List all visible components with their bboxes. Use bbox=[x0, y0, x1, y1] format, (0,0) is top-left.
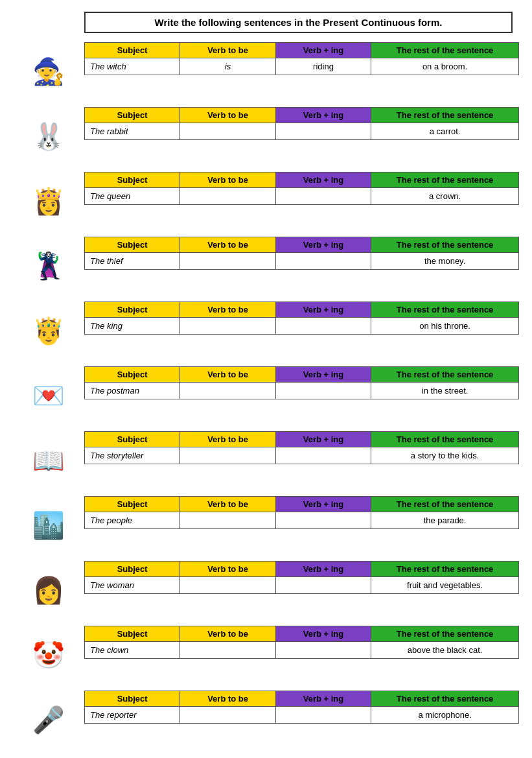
exercise-row-rabbit: 🐰SubjectVerb to beVerb + ingThe rest of … bbox=[13, 107, 519, 165]
td-verb-ing-witch[interactable]: riding bbox=[275, 58, 371, 75]
header-rest: The rest of the sentence bbox=[371, 172, 519, 188]
header-subject: Subject bbox=[85, 237, 180, 253]
td-rest-clown: above the black cat. bbox=[371, 642, 519, 659]
sentence-table-king: SubjectVerb to beVerb + ingThe rest of t… bbox=[84, 302, 519, 335]
td-verb-be-rabbit[interactable] bbox=[180, 123, 275, 140]
header-subject: Subject bbox=[85, 43, 180, 58]
exercise-row-witch: 🧙SubjectVerb to beVerb + ingThe rest of … bbox=[13, 42, 519, 101]
table-wrapper-king: SubjectVerb to beVerb + ingThe rest of t… bbox=[84, 302, 519, 335]
td-rest-reporter: a microphone. bbox=[371, 707, 519, 724]
sentence-table-witch: SubjectVerb to beVerb + ingThe rest of t… bbox=[84, 42, 519, 75]
td-verb-be-clown[interactable] bbox=[180, 642, 275, 659]
td-verb-be-people[interactable] bbox=[180, 512, 275, 529]
td-rest-king: on his throne. bbox=[371, 318, 519, 335]
header-rest: The rest of the sentence bbox=[371, 43, 519, 58]
td-verb-be-woman[interactable] bbox=[180, 577, 275, 594]
header-subject: Subject bbox=[85, 626, 180, 642]
header-subject: Subject bbox=[85, 367, 180, 383]
td-verb-ing-king[interactable] bbox=[275, 318, 371, 335]
image-witch: 🧙 bbox=[13, 42, 84, 101]
exercise-row-clown: 🤡SubjectVerb to beVerb + ingThe rest of … bbox=[13, 626, 519, 684]
header-verb-ing: Verb + ing bbox=[275, 172, 371, 188]
td-subject-reporter: The reporter bbox=[85, 707, 180, 724]
sentence-table-people: SubjectVerb to beVerb + ingThe rest of t… bbox=[84, 496, 519, 529]
header-verb-ing: Verb + ing bbox=[275, 497, 371, 512]
header-verb-be: Verb to be bbox=[180, 432, 275, 447]
table-wrapper-queen: SubjectVerb to beVerb + ingThe rest of t… bbox=[84, 172, 519, 205]
header-verb-ing: Verb + ing bbox=[275, 691, 371, 707]
header-rest: The rest of the sentence bbox=[371, 432, 519, 447]
td-verb-be-queen[interactable] bbox=[180, 188, 275, 205]
table-wrapper-thief: SubjectVerb to beVerb + ingThe rest of t… bbox=[84, 237, 519, 270]
sentence-table-postman: SubjectVerb to beVerb + ingThe rest of t… bbox=[84, 366, 519, 399]
header-rest: The rest of the sentence bbox=[371, 691, 519, 707]
td-verb-be-thief[interactable] bbox=[180, 253, 275, 270]
image-postman: 💌 bbox=[13, 366, 84, 425]
image-woman: 👩 bbox=[13, 561, 84, 619]
td-verb-ing-storyteller[interactable] bbox=[275, 447, 371, 464]
header-rest: The rest of the sentence bbox=[371, 497, 519, 512]
td-verb-ing-queen[interactable] bbox=[275, 188, 371, 205]
table-wrapper-woman: SubjectVerb to beVerb + ingThe rest of t… bbox=[84, 561, 519, 594]
td-subject-rabbit: The rabbit bbox=[85, 123, 180, 140]
header-verb-ing: Verb + ing bbox=[275, 108, 371, 123]
header-verb-be: Verb to be bbox=[180, 626, 275, 642]
header-verb-be: Verb to be bbox=[180, 562, 275, 577]
image-king: 🤴 bbox=[13, 302, 84, 360]
header-verb-ing: Verb + ing bbox=[275, 43, 371, 58]
td-subject-witch: The witch bbox=[85, 58, 180, 75]
header-verb-be: Verb to be bbox=[180, 43, 275, 58]
image-storyteller: 📖 bbox=[13, 431, 84, 490]
image-rabbit: 🐰 bbox=[13, 107, 84, 165]
header-rest: The rest of the sentence bbox=[371, 302, 519, 318]
header-verb-be: Verb to be bbox=[180, 497, 275, 512]
image-people: 🏙️ bbox=[13, 496, 84, 554]
td-verb-ing-woman[interactable] bbox=[275, 577, 371, 594]
header-rest: The rest of the sentence bbox=[371, 237, 519, 253]
sentence-table-queen: SubjectVerb to beVerb + ingThe rest of t… bbox=[84, 172, 519, 205]
exercise-row-king: 🤴SubjectVerb to beVerb + ingThe rest of … bbox=[13, 302, 519, 360]
table-wrapper-clown: SubjectVerb to beVerb + ingThe rest of t… bbox=[84, 626, 519, 659]
sentence-table-reporter: SubjectVerb to beVerb + ingThe rest of t… bbox=[84, 691, 519, 724]
header-rest: The rest of the sentence bbox=[371, 367, 519, 383]
header-rest: The rest of the sentence bbox=[371, 626, 519, 642]
td-subject-people: The people bbox=[85, 512, 180, 529]
td-verb-be-witch[interactable]: is bbox=[180, 58, 275, 75]
header-verb-ing: Verb + ing bbox=[275, 562, 371, 577]
td-verb-ing-reporter[interactable] bbox=[275, 707, 371, 724]
td-verb-be-postman[interactable] bbox=[180, 383, 275, 399]
header-verb-be: Verb to be bbox=[180, 172, 275, 188]
td-verb-be-king[interactable] bbox=[180, 318, 275, 335]
table-wrapper-storyteller: SubjectVerb to beVerb + ingThe rest of t… bbox=[84, 431, 519, 464]
image-reporter: 🎤 bbox=[13, 691, 84, 749]
td-verb-ing-thief[interactable] bbox=[275, 253, 371, 270]
sentence-table-thief: SubjectVerb to beVerb + ingThe rest of t… bbox=[84, 237, 519, 270]
header-subject: Subject bbox=[85, 432, 180, 447]
image-clown: 🤡 bbox=[13, 626, 84, 684]
td-rest-queen: a crown. bbox=[371, 188, 519, 205]
table-wrapper-reporter: SubjectVerb to beVerb + ingThe rest of t… bbox=[84, 691, 519, 724]
header-verb-ing: Verb + ing bbox=[275, 237, 371, 253]
td-rest-rabbit: a carrot. bbox=[371, 123, 519, 140]
header-verb-ing: Verb + ing bbox=[275, 302, 371, 318]
td-verb-ing-people[interactable] bbox=[275, 512, 371, 529]
td-verb-ing-rabbit[interactable] bbox=[275, 123, 371, 140]
header-verb-be: Verb to be bbox=[180, 691, 275, 707]
sentence-table-storyteller: SubjectVerb to beVerb + ingThe rest of t… bbox=[84, 431, 519, 464]
exercise-row-people: 🏙️SubjectVerb to beVerb + ingThe rest of… bbox=[13, 496, 519, 554]
exercise-row-queen: 👸SubjectVerb to beVerb + ingThe rest of … bbox=[13, 172, 519, 230]
td-subject-woman: The woman bbox=[85, 577, 180, 594]
td-verb-ing-postman[interactable] bbox=[275, 383, 371, 399]
td-verb-be-reporter[interactable] bbox=[180, 707, 275, 724]
exercise-row-reporter: 🎤SubjectVerb to beVerb + ingThe rest of … bbox=[13, 691, 519, 749]
table-wrapper-people: SubjectVerb to beVerb + ingThe rest of t… bbox=[84, 496, 519, 529]
td-verb-be-storyteller[interactable] bbox=[180, 447, 275, 464]
header-verb-ing: Verb + ing bbox=[275, 432, 371, 447]
td-rest-witch: on a broom. bbox=[371, 58, 519, 75]
header-verb-be: Verb to be bbox=[180, 302, 275, 318]
table-wrapper-postman: SubjectVerb to beVerb + ingThe rest of t… bbox=[84, 366, 519, 399]
header-subject: Subject bbox=[85, 497, 180, 512]
table-wrapper-rabbit: SubjectVerb to beVerb + ingThe rest of t… bbox=[84, 107, 519, 140]
td-verb-ing-clown[interactable] bbox=[275, 642, 371, 659]
header-verb-ing: Verb + ing bbox=[275, 367, 371, 383]
